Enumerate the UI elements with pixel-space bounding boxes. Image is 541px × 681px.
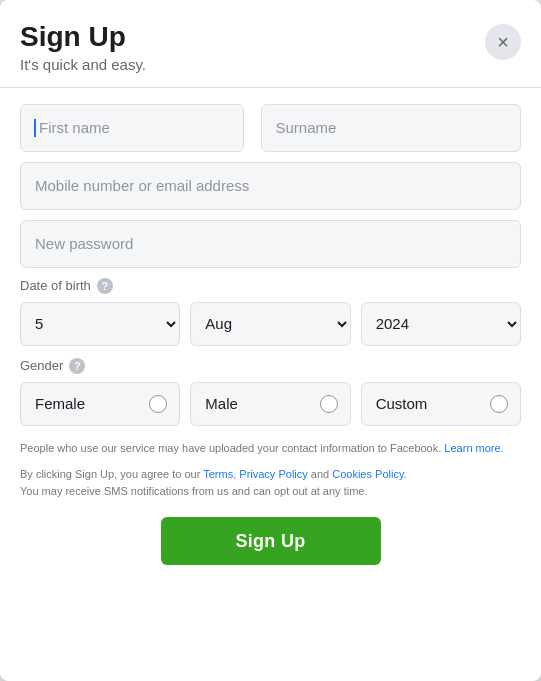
terms-text-before: By clicking Sign Up, you agree to our — [20, 468, 203, 480]
gender-male-radio[interactable] — [320, 395, 338, 413]
modal-title: Sign Up — [20, 20, 146, 54]
name-row — [20, 104, 521, 152]
privacy-notice: People who use our service may have uplo… — [20, 440, 521, 457]
modal-header: Sign Up It's quick and easy. × — [20, 20, 521, 73]
dob-day-select[interactable]: 5 1 2 3 4 6 7 8 9 10 11 12 13 14 15 16 1… — [20, 302, 180, 346]
dob-label-text: Date of birth — [20, 278, 91, 293]
gender-custom-radio[interactable] — [490, 395, 508, 413]
mobile-email-input[interactable] — [20, 162, 521, 210]
cookies-policy-link[interactable]: Cookies Policy — [332, 468, 403, 480]
password-input[interactable] — [20, 220, 521, 268]
gender-label: Gender ? — [20, 358, 521, 374]
first-name-wrapper — [20, 104, 251, 152]
gender-female-option[interactable]: Female — [20, 382, 180, 426]
surname-input[interactable] — [261, 104, 522, 152]
gender-help-icon[interactable]: ? — [69, 358, 85, 374]
gender-custom-option[interactable]: Custom — [361, 382, 521, 426]
signup-button[interactable]: Sign Up — [161, 517, 381, 565]
password-row — [20, 220, 521, 268]
terms-notice: By clicking Sign Up, you agree to our Te… — [20, 466, 521, 499]
gender-male-option[interactable]: Male — [190, 382, 350, 426]
dob-row: 5 1 2 3 4 6 7 8 9 10 11 12 13 14 15 16 1… — [20, 302, 521, 346]
gender-female-radio[interactable] — [149, 395, 167, 413]
privacy-text-before: People who use our service may have uplo… — [20, 442, 444, 454]
dob-help-icon[interactable]: ? — [97, 278, 113, 294]
title-block: Sign Up It's quick and easy. — [20, 20, 146, 73]
divider — [0, 87, 541, 88]
terms-link[interactable]: Terms — [203, 468, 233, 480]
close-button[interactable]: × — [485, 24, 521, 60]
privacy-policy-link[interactable]: Privacy Policy — [239, 468, 307, 480]
learn-more-link[interactable]: Learn more. — [444, 442, 503, 454]
dob-month-select[interactable]: Jan Feb Mar Apr May Jun Jul Aug Sep Oct … — [190, 302, 350, 346]
text-cursor — [34, 119, 36, 137]
terms-and: and — [308, 468, 332, 480]
dob-year-select[interactable]: 2024 2023 2022 2021 2020 2010 2000 1990 … — [361, 302, 521, 346]
gender-custom-label: Custom — [376, 395, 428, 412]
gender-row: Female Male Custom — [20, 382, 521, 426]
dob-label: Date of birth ? — [20, 278, 521, 294]
mobile-email-row — [20, 162, 521, 210]
modal-subtitle: It's quick and easy. — [20, 56, 146, 73]
gender-label-text: Gender — [20, 358, 63, 373]
gender-female-label: Female — [35, 395, 85, 412]
signup-modal: Sign Up It's quick and easy. × Date of b… — [0, 0, 541, 681]
first-name-input[interactable] — [20, 104, 244, 152]
gender-male-label: Male — [205, 395, 238, 412]
